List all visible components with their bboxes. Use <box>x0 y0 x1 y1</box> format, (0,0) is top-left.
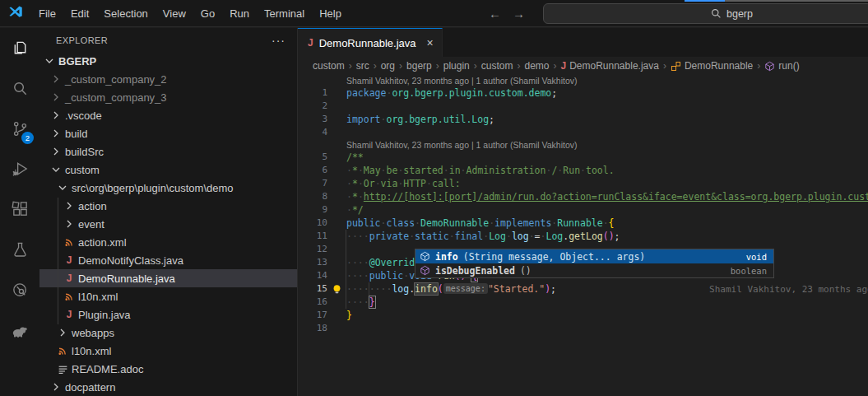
tree-item-demorunnable-java[interactable]: JDemoRunnable.java <box>39 269 297 287</box>
gutter-slot <box>327 230 346 243</box>
gutter-slot <box>327 164 346 177</box>
code-line-15[interactable]: 15········log.info(message:"Started.");S… <box>298 282 868 296</box>
source-control-icon[interactable]: 2 <box>0 109 39 149</box>
code-editor[interactable]: Shamil Vakhitov, 23 months ago | 1 autho… <box>298 75 868 396</box>
tree-item-src-org-bgerp-plugin-custom-demo[interactable]: src\org\bgerp\plugin\custom\demo <box>39 179 297 197</box>
codelens-blame[interactable]: Shamil Vakhitov, 23 months ago | 1 autho… <box>298 139 868 151</box>
tree-item-l10n-xml[interactable]: l10n.xml <box>39 342 297 360</box>
tree-item--custom-company-3[interactable]: _custom_company_3 <box>39 88 297 106</box>
code-text: import·org.bgerp.util.Log; <box>346 113 494 126</box>
breadcrumbs: custom›src›org›bgerp›plugin›custom›demo›… <box>298 57 868 75</box>
tree-item-custom[interactable]: custom <box>39 161 297 179</box>
code-line-1[interactable]: 1package·org.bgerp.plugin.custom.demo; <box>298 86 868 100</box>
run-debug-icon[interactable] <box>0 149 39 189</box>
adoc-file-icon <box>56 362 69 375</box>
code-line-10[interactable]: 10public·class·DemoRunnable·implements·R… <box>298 217 868 230</box>
breadcrumb-run-[interactable]: run() <box>764 60 799 72</box>
suggest-item-isdebugenabled[interactable]: isDebugEnabled()boolean <box>415 263 773 277</box>
code-line-3[interactable]: 3import·org.bgerp.util.Log; <box>298 113 868 126</box>
tree-item--vscode[interactable]: .vscode <box>39 106 297 124</box>
tree-item-demonotifyclass-java[interactable]: JDemoNotifyClass.java <box>39 251 297 269</box>
tree-item-buildsrc[interactable]: buildSrc <box>39 142 297 161</box>
menu-edit[interactable]: Edit <box>63 4 96 23</box>
explorer-icon[interactable] <box>0 28 39 68</box>
more-actions-icon[interactable]: ··· <box>272 34 285 47</box>
gradle-icon[interactable] <box>0 310 39 351</box>
breadcrumb-separator: › <box>436 60 439 72</box>
gutter-slot <box>327 269 346 282</box>
menu-terminal[interactable]: Terminal <box>257 4 312 23</box>
code-line-16[interactable]: 16····} <box>298 296 868 309</box>
breadcrumb-org[interactable]: org <box>381 60 395 72</box>
code-line-8[interactable]: 8·*·http://[host]:[port]/admin/run.do?ac… <box>298 190 868 203</box>
editor-group: J DemoRunnable.java × custom›src›org›bge… <box>298 28 868 396</box>
java-file-icon: J <box>63 272 76 285</box>
menu-file[interactable]: File <box>31 4 63 23</box>
tree-item-webapps[interactable]: webapps <box>39 324 297 342</box>
token: http://[host]:[port]/admin/run.do?action… <box>364 191 868 203</box>
token: class <box>386 217 415 229</box>
tree-item-readme-adoc[interactable]: README.adoc <box>39 360 297 378</box>
breadcrumb-bgerp[interactable]: bgerp <box>406 60 432 72</box>
tree-item-build[interactable]: build <box>39 124 297 142</box>
vscode-logo-icon <box>0 6 31 21</box>
code-line-11[interactable]: 11····private·static·final·Log·log·=·Log… <box>298 230 868 243</box>
breadcrumb-demorunnable[interactable]: DemoRunnable <box>671 60 753 72</box>
tree-item-label: l10n.xml <box>78 291 118 303</box>
code-line-6[interactable]: 6·*·May·be·started·in·Administration·/·R… <box>298 164 868 177</box>
breadcrumb-demorunnable-java[interactable]: JDemoRunnable.java <box>560 60 658 72</box>
tree-item-event[interactable]: event <box>39 215 297 233</box>
code-line-17[interactable]: 17} <box>298 309 868 322</box>
tree-item-l10n-xml[interactable]: l10n.xml <box>39 287 297 305</box>
suggest-item-info[interactable]: info(String message, Object... args)void <box>415 249 773 263</box>
xml-file-icon <box>63 235 76 249</box>
search-icon[interactable] <box>0 68 39 109</box>
lightbulb-icon[interactable] <box>327 282 346 296</box>
token: ·*· <box>346 191 364 203</box>
breadcrumb-demo[interactable]: demo <box>524 60 549 72</box>
code-line-18[interactable]: 18 <box>298 322 868 335</box>
inspect-icon[interactable] <box>0 270 39 310</box>
codelens-blame[interactable]: Shamil Vakhitov, 23 months ago | 1 autho… <box>298 75 868 86</box>
breadcrumb-src[interactable]: src <box>356 60 369 72</box>
back-icon[interactable]: ← <box>489 7 501 21</box>
tree-item-action-xml[interactable]: action.xml <box>39 233 297 251</box>
breadcrumb-custom[interactable]: custom <box>313 60 345 72</box>
code-line-5[interactable]: 5/** <box>298 151 868 164</box>
breadcrumb-separator: › <box>399 60 402 72</box>
token: log <box>512 231 529 242</box>
tree-item-docpattern[interactable]: docpattern <box>39 378 297 396</box>
tab-demorunnable[interactable]: J DemoRunnable.java × <box>298 28 443 57</box>
extensions-icon[interactable] <box>0 189 39 230</box>
testing-icon[interactable] <box>0 230 39 270</box>
progress-track <box>725 0 868 2</box>
chevron-right-icon <box>49 380 63 394</box>
code-line-9[interactable]: 9·*/ <box>298 203 868 217</box>
line-number: 11 <box>298 230 327 243</box>
java-file-icon: J <box>308 37 313 49</box>
breadcrumb-plugin[interactable]: plugin <box>443 60 470 72</box>
token: ·*·Or·via·HTTP·call: <box>346 178 461 189</box>
forward-icon[interactable]: → <box>513 7 525 21</box>
tree-item-label: build <box>65 128 87 140</box>
menu-help[interactable]: Help <box>312 4 349 23</box>
menu-go[interactable]: Go <box>193 4 222 23</box>
command-center-search[interactable]: bgerp <box>543 3 868 24</box>
breadcrumb-label: custom <box>313 60 345 72</box>
tree-item-plugin-java[interactable]: JPlugin.java <box>39 305 297 324</box>
close-icon[interactable]: × <box>426 36 433 49</box>
tree-item-bgerp[interactable]: BGERP <box>39 52 297 70</box>
code-line-2[interactable]: 2 <box>298 100 868 113</box>
tree-item--custom-company-2[interactable]: _custom_company_2 <box>39 70 297 88</box>
token: public <box>346 217 381 229</box>
tree-item-action[interactable]: action <box>39 197 297 215</box>
method-symbol-icon <box>764 61 775 72</box>
breadcrumb-label: src <box>356 60 369 72</box>
menu-run[interactable]: Run <box>222 4 257 23</box>
menu-selection[interactable]: Selection <box>96 4 155 23</box>
breadcrumb-custom[interactable]: custom <box>481 60 513 72</box>
menu-view[interactable]: View <box>155 4 193 23</box>
code-line-4[interactable]: 4 <box>298 126 868 139</box>
token: org.bgerp.plugin.custom.demo <box>392 87 551 99</box>
code-line-7[interactable]: 7·*·Or·via·HTTP·call: <box>298 177 868 190</box>
